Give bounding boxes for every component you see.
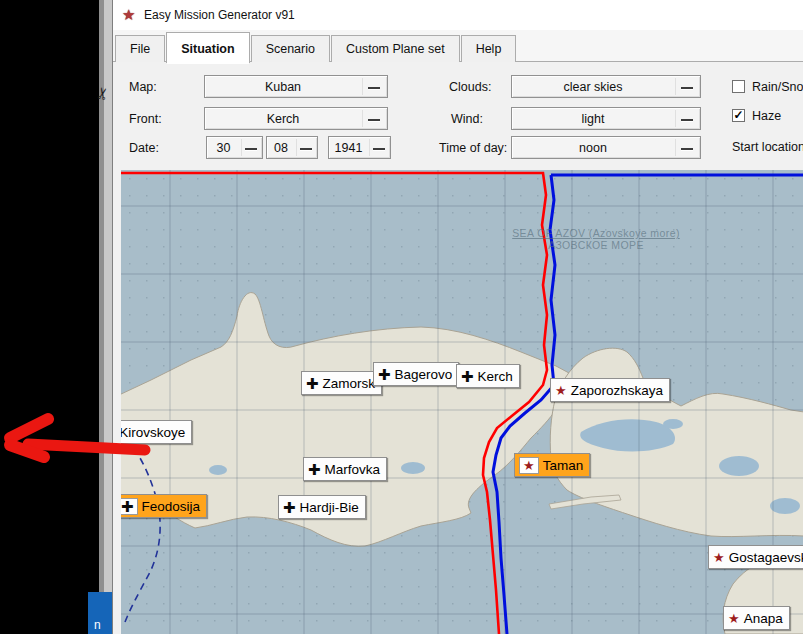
red-star-icon: ★ [519, 457, 539, 474]
taskbar-button[interactable]: n [88, 592, 112, 634]
red-star-icon: ★ [555, 384, 567, 397]
front-select-value: Kerch [205, 112, 361, 126]
map-location-marfovka[interactable]: ✚Marfovka [303, 457, 387, 481]
dropdown-icon [681, 119, 693, 121]
black-cross-icon: ✚ [308, 463, 321, 476]
scissors-icon: ✂ [92, 85, 113, 102]
taskbar-letter: n [94, 618, 101, 632]
location-label: Hardji-Bie [300, 500, 359, 515]
screen: ✂ n ★ Easy Mission Generator v91 FileSit… [0, 0, 803, 634]
red-star-icon: ★ [728, 612, 740, 625]
dropdown-button[interactable] [675, 78, 698, 95]
date-month-select[interactable]: 08 [266, 136, 318, 159]
app-star-icon: ★ [122, 6, 135, 24]
black-cross-icon: ✚ [121, 498, 138, 515]
map-location-zaporozhskaya[interactable]: ★Zaporozhskaya [550, 378, 670, 402]
location-label: Zamorsk [323, 376, 376, 391]
window-title: Easy Mission Generator v91 [144, 8, 295, 22]
dropdown-icon [373, 148, 385, 150]
start-locations-label: Start locations [732, 140, 803, 154]
red-arrow-annotation [0, 405, 170, 475]
date-year-value: 1941 [329, 141, 368, 155]
time-of-day-label: Time of day: [439, 141, 507, 155]
date-month-value: 08 [267, 141, 295, 155]
checkbox-box[interactable]: ✓ [732, 109, 745, 122]
map-location-feodosija[interactable]: ✚Feodosija [121, 494, 207, 518]
wind-label: Wind: [451, 112, 483, 126]
front-select[interactable]: Kerch [204, 107, 388, 130]
location-label: Taman [543, 458, 584, 473]
tab-scenario[interactable]: Scenario [251, 35, 330, 62]
tab-help[interactable]: Help [461, 35, 517, 62]
title-bar: ★ Easy Mission Generator v91 [113, 0, 803, 30]
map-location-taman[interactable]: ★Taman [514, 453, 590, 477]
map-location-gostagaevskay[interactable]: ★Gostagaevskay [708, 545, 803, 569]
date-year-select[interactable]: 1941 [328, 136, 391, 159]
dropdown-icon [300, 148, 312, 150]
clouds-label: Clouds: [449, 80, 491, 94]
map-label: Map: [129, 80, 157, 94]
dropdown-button[interactable] [241, 139, 260, 156]
black-cross-icon: ✚ [283, 501, 296, 514]
location-label: Gostagaevskay [729, 550, 803, 565]
date-label: Date: [129, 141, 159, 155]
clouds-select[interactable]: clear skies [511, 75, 701, 98]
map-location-zamorsk[interactable]: ✚Zamorsk [301, 371, 382, 395]
tab-situation[interactable]: Situation [166, 32, 249, 63]
map-location-hardji-bie[interactable]: ✚Hardji-Bie [278, 495, 366, 519]
dropdown-button[interactable] [362, 110, 385, 127]
dropdown-icon [681, 148, 693, 150]
time-of-day-value: noon [512, 141, 674, 155]
black-cross-icon: ✚ [461, 370, 474, 383]
map-locations-layer: ✚Zamorsk✚Bagerovo✚Kerch★Zaporozhskaya▪Ki… [121, 170, 803, 634]
location-label: Marfovka [325, 462, 381, 477]
dropdown-icon [368, 119, 380, 121]
tab-file[interactable]: File [115, 35, 165, 62]
dropdown-icon [245, 148, 257, 150]
dropdown-icon [681, 87, 693, 89]
time-of-day-select[interactable]: noon [511, 136, 701, 159]
map-location-kerch[interactable]: ✚Kerch [456, 364, 520, 388]
rain-snow-label: Rain/Snow [752, 80, 803, 94]
location-label: Kerch [478, 369, 513, 384]
clouds-select-value: clear skies [512, 80, 674, 94]
location-label: Anapa [744, 611, 783, 626]
rain-snow-checkbox[interactable]: Rain/Snow [732, 80, 803, 95]
map-select[interactable]: Kuban [204, 75, 388, 98]
date-day-select[interactable]: 30 [206, 136, 263, 159]
tab-custom-plane-set[interactable]: Custom Plane set [331, 35, 460, 62]
dropdown-button[interactable] [296, 139, 315, 156]
location-label: Feodosija [142, 499, 201, 514]
mission-map[interactable]: SEA OF AZOV (Azovskoye more) АЗОВСКОЕ МО… [121, 170, 803, 634]
date-day-value: 30 [207, 141, 240, 155]
black-cross-icon: ✚ [306, 377, 319, 390]
wind-select-value: light [512, 112, 674, 126]
dropdown-icon [368, 87, 380, 89]
dropdown-button[interactable] [362, 78, 385, 95]
wind-select[interactable]: light [511, 107, 701, 130]
haze-checkbox[interactable]: ✓ Haze [732, 109, 792, 124]
front-label: Front: [129, 112, 162, 126]
location-label: Zaporozhskaya [571, 383, 663, 398]
location-label: Bagerovo [395, 367, 453, 382]
dropdown-button[interactable] [675, 110, 698, 127]
checkbox-box[interactable] [732, 80, 745, 93]
red-star-icon: ★ [713, 551, 725, 564]
tab-bar: FileSituationScenarioCustom Plane setHel… [113, 30, 803, 62]
app-window: ★ Easy Mission Generator v91 FileSituati… [112, 0, 803, 634]
map-location-bagerovo[interactable]: ✚Bagerovo [373, 362, 459, 386]
haze-label: Haze [752, 109, 781, 123]
dropdown-button[interactable] [675, 139, 698, 156]
dropdown-button[interactable] [369, 139, 388, 156]
map-location-anapa[interactable]: ★Anapa [723, 606, 790, 630]
map-select-value: Kuban [205, 80, 361, 94]
black-cross-icon: ✚ [378, 368, 391, 381]
